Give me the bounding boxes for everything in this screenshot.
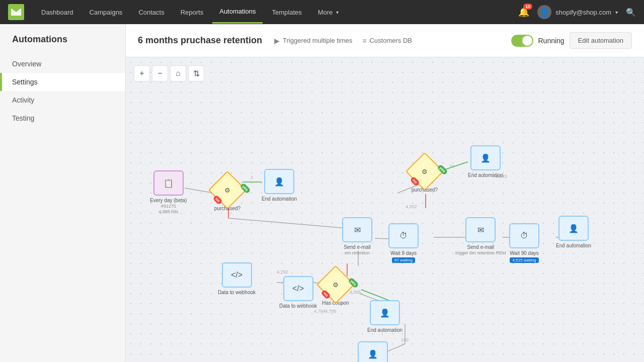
node-sublabel-action2: trigger 6m retention REM <box>455 250 506 255</box>
svg-text:4,795: 4,795 <box>325 309 337 314</box>
sidebar-item-overview[interactable]: Overview <box>0 55 125 73</box>
automation-title: 6 months pruchase retention <box>138 35 262 46</box>
user-email: shopify@shop.com <box>555 9 611 16</box>
node-action-sendemail1[interactable]: ✉ Send e-mail em retention <box>342 217 372 255</box>
toggle-knob <box>522 36 532 46</box>
top-nav: Dashboard Campaigns Contacts Reports Aut… <box>0 0 644 24</box>
user-menu[interactable]: 👤 shopify@shop.com ▾ <box>537 5 618 19</box>
mail-icon1: ✉ <box>354 225 361 235</box>
status-label: Running <box>538 37 565 45</box>
webhook-icon1: </> <box>231 270 243 280</box>
nav-dashboard[interactable]: Dashboard <box>34 2 80 23</box>
nav-links: Dashboard Campaigns Contacts Reports Aut… <box>34 1 518 24</box>
svg-text:4,565: 4,565 <box>350 290 361 295</box>
node-label-webhook1: Data to webhook <box>218 290 256 295</box>
sidebar-item-activity[interactable]: Activity <box>0 91 125 109</box>
edit-automation-button[interactable]: Edit automation <box>570 32 632 49</box>
cond-inner-coupon: ⚙ <box>333 281 339 289</box>
canvas-area: + − ⌂ ⇅ 2 <box>126 57 644 362</box>
cond-inner2: ⚙ <box>422 168 428 175</box>
yes-badge-coupon: yes <box>348 277 359 289</box>
trigger-icon: 📋 <box>164 178 174 188</box>
play-icon: ▶ <box>274 37 280 45</box>
node-webhook2[interactable]: </> Data to webhook <box>279 276 317 309</box>
nav-campaigns[interactable]: Campaigns <box>83 2 130 23</box>
no-badge-coupon: no <box>320 289 331 299</box>
search-icon[interactable]: 🔍 <box>626 8 636 17</box>
node-end5[interactable]: 👤 End automation <box>355 341 390 362</box>
home-button[interactable]: ⌂ <box>170 65 186 81</box>
avatar: 👤 <box>537 5 551 19</box>
trigger-meta: ▶ Triggered multiple times <box>274 37 352 45</box>
node-label-wait1: Wait 9 days <box>390 250 417 256</box>
svg-text:4,552: 4,552 <box>406 204 417 209</box>
nav-right: 🔔 10 👤 shopify@shop.com ▾ 🔍 <box>518 5 636 19</box>
sidebar-item-settings[interactable]: Settings <box>0 73 125 91</box>
svg-text:4,792: 4,792 <box>277 269 288 275</box>
node-label-end3: End automation <box>556 243 591 248</box>
node-sublabel-action1: em retention <box>345 250 370 255</box>
node-label-action2: Send e-mail <box>467 244 494 250</box>
end-icon4: 👤 <box>380 308 390 318</box>
canvas-toolbar: + − ⌂ ⇅ <box>134 65 204 81</box>
nav-contacts[interactable]: Contacts <box>131 2 171 23</box>
node-end2[interactable]: 👤 End automation <box>468 145 503 178</box>
nav-templates[interactable]: Templates <box>265 2 308 23</box>
wait-icon2: ⏱ <box>520 231 528 240</box>
node-wait1[interactable]: ⏱ Wait 9 days 87 waiting <box>388 223 419 263</box>
cond-inner1: ⚙ <box>224 187 230 194</box>
automation-meta: ▶ Triggered multiple times ≡ Customers D… <box>274 37 412 45</box>
node-label-webhook2: Data to webhook <box>279 303 317 309</box>
end-icon5: 👤 <box>368 349 378 359</box>
node-end1[interactable]: 👤 End automation <box>262 169 297 202</box>
wait-icon1: ⏱ <box>399 231 408 240</box>
automation-header: 6 months pruchase retention ▶ Triggered … <box>126 24 644 57</box>
notification-badge: 10 <box>523 4 532 10</box>
node-webhook1[interactable]: </> Data to webhook <box>218 262 256 295</box>
node-wait2[interactable]: ⏱ Wait 90 days 4,515 waiting <box>509 223 539 263</box>
wait-badge1: 87 waiting <box>392 257 415 263</box>
no-badge1: no <box>212 195 222 205</box>
node-end4[interactable]: 👤 End automation <box>367 300 403 333</box>
main-layout: Automations Overview Settings Activity T… <box>0 24 644 362</box>
logo[interactable] <box>8 4 24 20</box>
nav-more[interactable]: More ▾ <box>311 2 346 23</box>
node-label-end4: End automation <box>367 327 403 333</box>
node-hits-trigger: 4,988 hits <box>158 209 178 214</box>
list-icon: ≡ <box>362 37 366 45</box>
svg-text:4,794: 4,794 <box>314 309 326 314</box>
end-icon3: 👤 <box>569 224 579 233</box>
node-label-trigger: Every day (beta) <box>150 198 187 203</box>
svg-text:2: 2 <box>251 175 253 180</box>
node-cond-coupon[interactable]: ⚙ yes no Has coupon <box>322 271 349 306</box>
yes-badge2: yes <box>437 164 448 175</box>
svg-text:150: 150 <box>401 337 409 342</box>
zoom-out-button[interactable]: − <box>152 65 168 81</box>
no-badge2: no <box>410 176 420 186</box>
db-meta: ≡ Customers DB <box>362 37 412 45</box>
nav-reports[interactable]: Reports <box>174 2 211 23</box>
notifications-bell[interactable]: 🔔 10 <box>518 7 529 18</box>
zoom-in-button[interactable]: + <box>134 65 150 81</box>
node-trigger-everyday[interactable]: 📋 Every day (beta) #91275 4,988 hits <box>150 170 187 214</box>
node-end3[interactable]: 👤 End automation <box>556 216 591 248</box>
trigger-label: Triggered multiple times <box>283 37 352 44</box>
node-label-action1: Send e-mail <box>344 244 370 250</box>
svg-line-5 <box>228 218 347 228</box>
node-sublabel-trigger: #91275 <box>161 204 176 209</box>
svg-text:37: 37 <box>449 164 454 169</box>
content-area: 6 months pruchase retention ▶ Triggered … <box>126 24 644 362</box>
filter-button[interactable]: ⇅ <box>188 65 204 81</box>
webhook-icon2: </> <box>292 284 304 293</box>
node-label-end1: End automation <box>262 196 297 202</box>
node-label-wait2: Wait 90 days <box>510 250 538 256</box>
yes-badge1: yes <box>239 183 251 194</box>
node-action-sendemail2[interactable]: ✉ Send e-mail trigger 6m retention REM <box>455 217 506 255</box>
node-cond-purchased1[interactable]: ⚙ yes no purchased? <box>214 176 241 211</box>
sidebar-item-testing[interactable]: Testing <box>0 109 125 127</box>
nav-automations[interactable]: Automations <box>212 1 263 24</box>
node-cond-purchased2[interactable]: ⚙ yes no purchased? <box>411 158 438 193</box>
end-icon1: 👤 <box>274 177 284 187</box>
wait-badge2: 4,515 waiting <box>510 257 538 263</box>
running-toggle[interactable] <box>511 35 533 47</box>
